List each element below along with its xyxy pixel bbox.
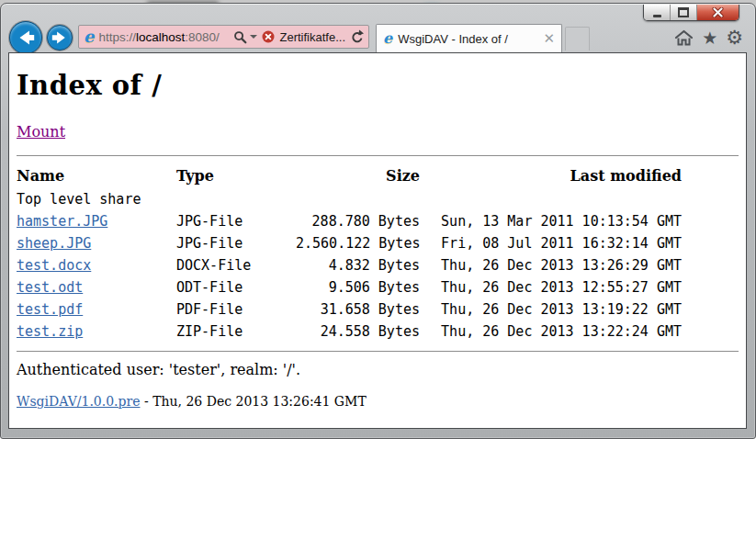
table-row: hamster.JPGJPG-File288.780 BytesSun, 13 … [17, 210, 739, 232]
file-link[interactable]: test.odt [17, 279, 83, 296]
minimize-icon [653, 15, 661, 17]
search-dropdown-icon [250, 35, 257, 39]
url-text: https://localhost:8080/ [98, 30, 229, 44]
header-size: Size [296, 163, 420, 188]
file-rows: hamster.JPGJPG-File288.780 BytesSun, 13 … [17, 210, 739, 343]
auth-status-text: Authenticated user: 'tester', realm: '/'… [17, 361, 739, 378]
refresh-icon [350, 29, 364, 44]
divider [17, 351, 739, 352]
header-type: Type [176, 163, 296, 188]
search-icon [233, 30, 247, 44]
command-bar: ★ ⚙ [674, 27, 743, 49]
certificate-error-icon [262, 30, 275, 43]
navigation-bar: e https://localhost:8080/ Zertifikatfe..… [1, 21, 755, 52]
certificate-error-button[interactable]: Zertifikatfe... [262, 30, 345, 44]
divider [17, 155, 739, 156]
table-header-row: NameTypeSizeLast modified [17, 163, 739, 188]
address-bar[interactable]: e https://localhost:8080/ Zertifikatfe..… [78, 25, 369, 49]
file-link[interactable]: sheep.JPG [17, 235, 91, 252]
tab-close-icon[interactable]: ✕ [543, 32, 555, 46]
refresh-button[interactable] [350, 29, 364, 44]
table-row: test.docxDOCX-File4.832 BytesThu, 26 Dec… [17, 254, 739, 276]
file-type: PDF-File [176, 298, 296, 320]
browser-window: e https://localhost:8080/ Zertifikatfe..… [0, 3, 756, 439]
server-signature: WsgiDAV/1.0.0.pre - Thu, 26 Dec 2013 13:… [17, 394, 739, 409]
file-type: JPG-File [176, 210, 296, 232]
certificate-error-label: Zertifikatfe... [279, 30, 345, 44]
forward-arrow-icon [48, 26, 72, 50]
file-modified: Sun, 13 Mar 2011 10:13:54 GMT [420, 210, 682, 232]
file-size: 31.658 Bytes [296, 298, 420, 320]
ie-logo-icon: e [84, 28, 94, 45]
file-type: ODT-File [176, 276, 296, 298]
file-size: 2.560.122 Bytes [296, 232, 420, 254]
file-modified: Fri, 08 Jul 2011 16:32:14 GMT [420, 232, 682, 254]
window-controls [643, 5, 739, 21]
table-row: test.pdfPDF-File31.658 BytesThu, 26 Dec … [17, 298, 739, 320]
file-link[interactable]: test.zip [17, 323, 83, 340]
file-size: 4.832 Bytes [296, 254, 420, 276]
file-type: DOCX-File [176, 254, 296, 276]
share-label-row: Top level share [17, 188, 739, 210]
ie-logo-icon: e [383, 31, 392, 46]
file-link[interactable]: test.docx [17, 257, 91, 274]
file-size: 9.506 Bytes [296, 276, 420, 298]
tab-wsgidav[interactable]: e WsgiDAV - Index of / ✕ [376, 24, 562, 52]
mount-link[interactable]: Mount [17, 123, 65, 141]
file-type: ZIP-File [176, 320, 296, 343]
file-size: 24.558 Bytes [296, 320, 420, 343]
file-size: 288.780 Bytes [296, 210, 420, 232]
minimize-button[interactable] [644, 5, 670, 20]
tab-title: WsgiDAV - Index of / [398, 32, 537, 46]
close-icon [712, 7, 724, 17]
file-modified: Thu, 26 Dec 2013 13:22:24 GMT [420, 320, 682, 343]
forward-button[interactable] [47, 25, 73, 51]
file-type: JPG-File [176, 232, 296, 254]
file-modified: Thu, 26 Dec 2013 12:55:27 GMT [420, 276, 682, 298]
table-row: test.odtODT-File9.506 BytesThu, 26 Dec 2… [17, 276, 739, 298]
server-timestamp: - Thu, 26 Dec 2013 13:26:41 GMT [141, 394, 367, 409]
tools-gear-icon[interactable]: ⚙ [726, 28, 743, 48]
file-table: NameTypeSizeLast modified Top level shar… [17, 163, 739, 343]
maximize-button[interactable] [670, 5, 696, 20]
home-icon[interactable] [674, 28, 694, 47]
file-modified: Thu, 26 Dec 2013 13:26:29 GMT [420, 254, 682, 276]
file-link[interactable]: test.pdf [17, 301, 83, 318]
header-name: Name [17, 163, 176, 188]
favorites-star-icon[interactable]: ★ [702, 29, 717, 47]
table-row: test.zipZIP-File24.558 BytesThu, 26 Dec … [17, 320, 739, 343]
back-arrow-icon [10, 22, 41, 53]
header-last-modified: Last modified [420, 163, 682, 188]
new-tab-button[interactable] [565, 27, 590, 51]
back-button[interactable] [9, 21, 42, 54]
page-viewport: Index of / Mount NameTypeSizeLast modifi… [8, 52, 747, 429]
maximize-icon [678, 7, 689, 17]
wsgidav-link[interactable]: WsgiDAV/1.0.0.pre [17, 394, 141, 409]
file-link[interactable]: hamster.JPG [17, 213, 107, 230]
file-modified: Thu, 26 Dec 2013 13:19:22 GMT [420, 298, 682, 320]
search-button[interactable] [233, 30, 257, 44]
page-title: Index of / [17, 70, 739, 101]
close-button[interactable] [696, 5, 739, 20]
table-row: sheep.JPGJPG-File2.560.122 BytesFri, 08 … [17, 232, 739, 254]
